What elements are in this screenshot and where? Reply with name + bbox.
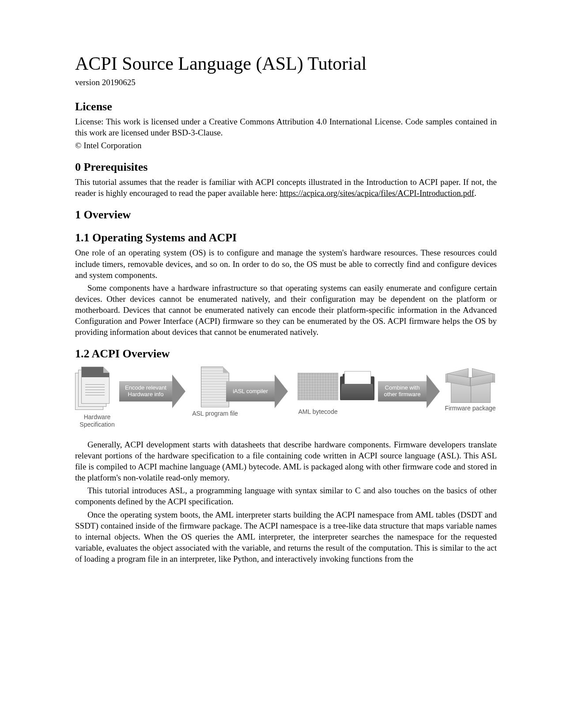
- prereq-text: This tutorial assumes that the reader is…: [75, 176, 497, 199]
- version-line: version 20190625: [75, 77, 497, 88]
- diagram-caption-asl-file: ASL program file: [186, 410, 244, 417]
- license-heading: License: [75, 100, 497, 113]
- diagram-caption-hardware-spec: Hardware Specification: [75, 413, 119, 428]
- acpi-overview-p1: Generally, ACPI development starts with …: [75, 439, 497, 483]
- bytecode-icon: [298, 373, 338, 400]
- arrow1-line2: Hardware info: [128, 391, 164, 398]
- prereq-heading: 0 Prerequisites: [75, 161, 497, 174]
- acpi-overview-p3: Once the operating system boots, the AML…: [75, 509, 497, 564]
- os-acpi-heading: 1.1 Operating Systems and ACPI: [75, 231, 497, 244]
- license-copyright: © Intel Corporation: [75, 140, 497, 151]
- arrow-label: Encode relevant Hardware info: [125, 385, 166, 398]
- diagram-stage-firmware-package: Firmware package: [442, 369, 499, 412]
- diagram-stage-hardware-spec: Hardware Specification: [75, 367, 119, 428]
- diagram-stage-folder: [340, 374, 375, 400]
- arrow-label: Combine with other firmware: [384, 385, 420, 398]
- license-text: License: This work is licensed under a C…: [75, 116, 497, 138]
- package-box-icon: [447, 369, 493, 402]
- arrow-label: iASL compiler: [233, 388, 268, 395]
- diagram-caption-aml: AML bytecode: [291, 408, 344, 416]
- overview-heading: 1 Overview: [75, 208, 497, 221]
- acpi-flow-diagram: Hardware Specification Encode relevant H…: [75, 367, 497, 437]
- os-acpi-p2: Some components have a hardware infrastr…: [75, 282, 497, 338]
- acpi-overview-heading: 1.2 ACPI Overview: [75, 347, 497, 360]
- page: ACPI Source Language (ASL) Tutorial vers…: [0, 0, 563, 601]
- prereq-link[interactable]: https://acpica.org/sites/acpica/files/AC…: [280, 188, 474, 198]
- diagram-stage-aml: AML bytecode: [291, 373, 344, 416]
- arrow1-line1: Encode relevant: [125, 384, 166, 391]
- folder-icon: [340, 374, 375, 400]
- acpi-overview-p2: This tutorial introduces ASL, a programm…: [75, 485, 497, 507]
- diagram-arrow-encode: Encode relevant Hardware info: [119, 375, 185, 408]
- prereq-text-b: .: [474, 188, 476, 198]
- file-icon: [201, 367, 229, 407]
- arrow3-line1: Combine with: [385, 384, 420, 391]
- document-stack-icon: [75, 367, 110, 411]
- os-acpi-p1: One role of an operating system (OS) is …: [75, 247, 497, 280]
- arrow3-line2: other firmware: [384, 391, 420, 398]
- diagram-arrow-combine: Combine with other firmware: [378, 375, 440, 408]
- document-title: ACPI Source Language (ASL) Tutorial: [75, 53, 497, 74]
- diagram-arrow-compiler: iASL compiler: [226, 375, 288, 408]
- diagram-caption-firmware-package: Firmware package: [442, 405, 499, 412]
